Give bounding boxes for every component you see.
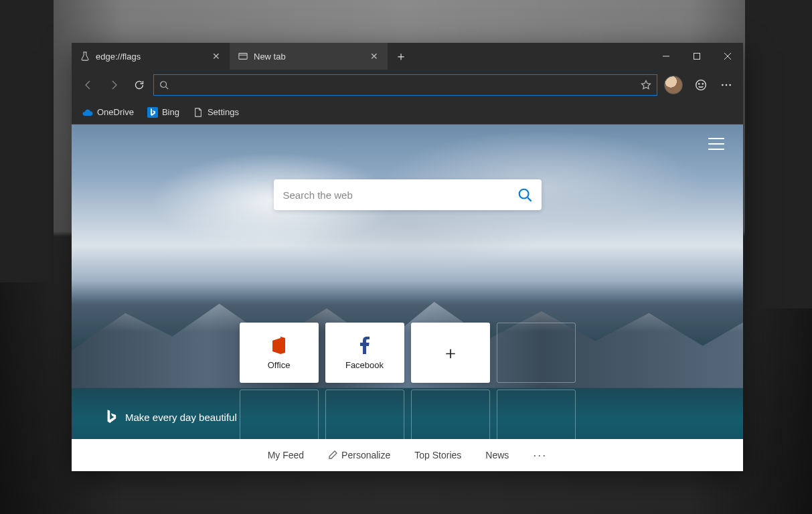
- favorites-bar: OneDrive Bing Settings: [72, 100, 743, 124]
- tab-label: edge://flags: [96, 52, 204, 62]
- favorite-star-icon[interactable]: [641, 80, 651, 90]
- close-window-button[interactable]: [712, 43, 743, 70]
- page-menu-button[interactable]: [708, 138, 724, 150]
- settings-more-button[interactable]: [715, 74, 738, 96]
- back-button[interactable]: [77, 74, 100, 96]
- page-icon: [193, 107, 204, 118]
- feed-personalize[interactable]: Personalize: [328, 450, 390, 460]
- maximize-button[interactable]: [681, 43, 712, 70]
- plus-icon: ＋: [442, 341, 459, 365]
- address-bar[interactable]: [153, 74, 657, 96]
- tab-strip: edge://flags ✕ New tab ✕ ＋: [72, 43, 743, 70]
- svg-point-9: [519, 189, 528, 199]
- svg-point-4: [699, 84, 700, 84]
- tile-empty[interactable]: [240, 390, 319, 443]
- tab-edge-flags[interactable]: edge://flags ✕: [72, 43, 230, 70]
- tile-label: Office: [268, 360, 291, 370]
- onedrive-icon: [82, 107, 93, 118]
- close-tab-button[interactable]: ✕: [210, 50, 223, 63]
- favorite-label: OneDrive: [97, 107, 134, 117]
- feedback-smiley-icon[interactable]: [689, 74, 712, 96]
- svg-point-8: [729, 84, 731, 86]
- tile-office[interactable]: Office: [240, 323, 319, 383]
- svg-point-3: [696, 80, 706, 90]
- pencil-icon: [328, 450, 337, 460]
- office-icon: [270, 336, 289, 355]
- tile-empty[interactable]: [325, 390, 404, 443]
- feed-my-feed[interactable]: My Feed: [268, 450, 304, 460]
- favorite-onedrive[interactable]: OneDrive: [77, 104, 139, 120]
- feed-top-stories[interactable]: Top Stories: [414, 450, 461, 460]
- favorite-label: Bing: [162, 107, 179, 117]
- search-icon[interactable]: [517, 187, 532, 202]
- toolbar: [72, 70, 743, 100]
- tile-facebook[interactable]: Facebook: [325, 323, 404, 383]
- svg-rect-0: [239, 54, 247, 60]
- flask-icon: [80, 51, 90, 62]
- browser-window: edge://flags ✕ New tab ✕ ＋: [72, 43, 743, 471]
- tagline-text: Make every day beautiful: [125, 412, 237, 423]
- feed-more-button[interactable]: ···: [533, 448, 547, 462]
- feed-label: My Feed: [268, 450, 304, 460]
- top-sites-tiles-row2: [240, 390, 576, 443]
- forward-button[interactable]: [102, 74, 125, 96]
- minimize-button[interactable]: [651, 43, 681, 70]
- tile-empty[interactable]: [497, 323, 576, 383]
- svg-rect-1: [694, 54, 700, 60]
- top-sites-tiles: Office Facebook ＋: [240, 323, 576, 383]
- new-tab-button[interactable]: ＋: [388, 43, 414, 70]
- bing-tagline: Make every day beautiful: [105, 410, 237, 424]
- bing-logo-icon: [105, 410, 117, 424]
- svg-point-7: [726, 84, 728, 86]
- feed-bar: My Feed Personalize Top Stories News ···: [72, 439, 743, 471]
- profile-avatar[interactable]: [664, 76, 683, 94]
- tile-empty[interactable]: [497, 390, 576, 443]
- feed-news[interactable]: News: [485, 450, 509, 460]
- tile-add[interactable]: ＋: [411, 323, 490, 383]
- feed-label: Top Stories: [414, 450, 461, 460]
- web-search-input[interactable]: [283, 189, 517, 201]
- newtab-icon: [238, 51, 248, 62]
- tile-label: Facebook: [345, 360, 384, 370]
- tab-new-tab[interactable]: New tab ✕: [230, 43, 388, 70]
- close-tab-button[interactable]: ✕: [368, 50, 381, 63]
- bing-icon: [147, 107, 158, 118]
- facebook-icon: [355, 336, 374, 355]
- tile-empty[interactable]: [411, 390, 490, 443]
- svg-point-5: [702, 84, 703, 84]
- svg-point-6: [722, 84, 724, 86]
- refresh-button[interactable]: [128, 74, 151, 96]
- svg-point-2: [161, 82, 167, 88]
- favorite-label: Settings: [208, 107, 239, 117]
- address-input[interactable]: [174, 80, 635, 90]
- favorite-settings[interactable]: Settings: [187, 104, 244, 120]
- web-search-box[interactable]: [274, 179, 542, 210]
- new-tab-page: Office Facebook ＋ Make every day b: [72, 124, 743, 471]
- window-controls: [651, 43, 743, 70]
- tab-label: New tab: [254, 52, 362, 62]
- feed-label: Personalize: [341, 450, 390, 460]
- search-icon: [159, 80, 169, 90]
- favorite-bing[interactable]: Bing: [142, 104, 185, 120]
- feed-label: News: [485, 450, 509, 460]
